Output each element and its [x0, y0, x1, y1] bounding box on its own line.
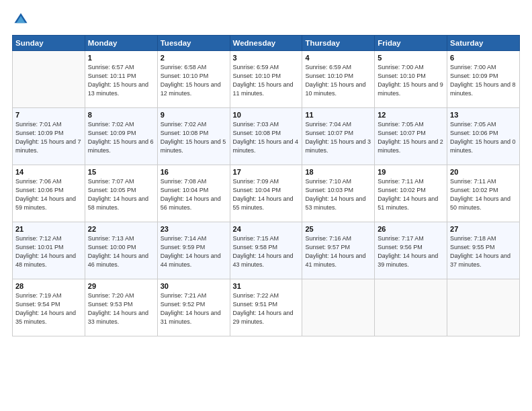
calendar-cell	[13, 51, 85, 108]
day-info: Sunrise: 7:02 AMSunset: 10:09 PMDaylight…	[88, 120, 154, 155]
day-number: 28	[15, 282, 82, 290]
day-info: Sunrise: 7:15 AMSunset: 9:58 PMDaylight:…	[233, 234, 300, 269]
calendar-cell: 23Sunrise: 7:14 AMSunset: 9:59 PMDayligh…	[157, 222, 230, 279]
calendar-cell: 3Sunrise: 6:59 AMSunset: 10:10 PMDayligh…	[230, 51, 302, 108]
calendar-cell: 4Sunrise: 6:59 AMSunset: 10:10 PMDayligh…	[302, 51, 375, 108]
day-number: 24	[233, 225, 300, 233]
day-info: Sunrise: 7:19 AMSunset: 9:54 PMDaylight:…	[15, 291, 82, 326]
calendar-cell: 10Sunrise: 7:03 AMSunset: 10:08 PMDaylig…	[230, 108, 302, 165]
day-info: Sunrise: 7:13 AMSunset: 10:00 PMDaylight…	[88, 234, 154, 269]
day-info: Sunrise: 7:17 AMSunset: 9:56 PMDaylight:…	[378, 234, 444, 269]
day-info: Sunrise: 7:16 AMSunset: 9:57 PMDaylight:…	[305, 234, 371, 269]
calendar-cell: 25Sunrise: 7:16 AMSunset: 9:57 PMDayligh…	[302, 222, 375, 279]
day-number: 13	[450, 111, 517, 119]
calendar-cell: 9Sunrise: 7:02 AMSunset: 10:08 PMDayligh…	[157, 108, 230, 165]
day-number: 15	[88, 168, 154, 176]
day-info: Sunrise: 7:05 AMSunset: 10:06 PMDaylight…	[450, 120, 517, 155]
day-number: 29	[88, 282, 154, 290]
day-info: Sunrise: 7:03 AMSunset: 10:08 PMDaylight…	[233, 120, 300, 155]
calendar-cell: 2Sunrise: 6:58 AMSunset: 10:10 PMDayligh…	[157, 51, 230, 108]
logo-icon	[13, 12, 28, 27]
day-number: 6	[450, 54, 517, 62]
calendar-cell: 18Sunrise: 7:10 AMSunset: 10:03 PMDaylig…	[302, 165, 375, 222]
weekday-header-thursday: Thursday	[302, 36, 375, 51]
day-number: 7	[15, 111, 82, 119]
day-info: Sunrise: 7:18 AMSunset: 9:55 PMDaylight:…	[450, 234, 517, 269]
calendar-cell: 30Sunrise: 7:21 AMSunset: 9:52 PMDayligh…	[157, 279, 230, 336]
calendar-cell: 15Sunrise: 7:07 AMSunset: 10:05 PMDaylig…	[85, 165, 157, 222]
calendar-cell: 22Sunrise: 7:13 AMSunset: 10:00 PMDaylig…	[85, 222, 157, 279]
calendar-cell: 21Sunrise: 7:12 AMSunset: 10:01 PMDaylig…	[13, 222, 85, 279]
weekday-header-wednesday: Wednesday	[230, 36, 302, 51]
day-info: Sunrise: 7:08 AMSunset: 10:04 PMDaylight…	[161, 177, 227, 212]
day-info: Sunrise: 7:10 AMSunset: 10:03 PMDaylight…	[305, 177, 371, 212]
weekday-header-saturday: Saturday	[447, 36, 520, 51]
day-info: Sunrise: 7:02 AMSunset: 10:08 PMDaylight…	[161, 120, 227, 155]
day-info: Sunrise: 7:07 AMSunset: 10:05 PMDaylight…	[88, 177, 154, 212]
day-info: Sunrise: 7:11 AMSunset: 10:02 PMDaylight…	[378, 177, 444, 212]
calendar-cell: 26Sunrise: 7:17 AMSunset: 9:56 PMDayligh…	[375, 222, 447, 279]
day-info: Sunrise: 7:14 AMSunset: 9:59 PMDaylight:…	[161, 234, 227, 269]
day-number: 16	[161, 168, 227, 176]
calendar-cell: 20Sunrise: 7:11 AMSunset: 10:02 PMDaylig…	[447, 165, 520, 222]
calendar-week-row: 21Sunrise: 7:12 AMSunset: 10:01 PMDaylig…	[13, 222, 520, 279]
day-info: Sunrise: 7:04 AMSunset: 10:07 PMDaylight…	[305, 120, 371, 155]
day-info: Sunrise: 6:57 AMSunset: 10:11 PMDaylight…	[88, 63, 154, 98]
calendar-cell: 7Sunrise: 7:01 AMSunset: 10:09 PMDayligh…	[13, 108, 85, 165]
day-number: 4	[305, 54, 371, 62]
day-number: 1	[88, 54, 154, 62]
page-header	[12, 12, 520, 30]
day-number: 14	[15, 168, 82, 176]
calendar-cell: 11Sunrise: 7:04 AMSunset: 10:07 PMDaylig…	[302, 108, 375, 165]
calendar-cell: 1Sunrise: 6:57 AMSunset: 10:11 PMDayligh…	[85, 51, 157, 108]
calendar-cell: 6Sunrise: 7:00 AMSunset: 10:09 PMDayligh…	[447, 51, 520, 108]
weekday-header-monday: Monday	[85, 36, 157, 51]
day-number: 19	[378, 168, 444, 176]
day-info: Sunrise: 6:59 AMSunset: 10:10 PMDaylight…	[233, 63, 300, 98]
day-number: 27	[450, 225, 517, 233]
calendar-week-row: 28Sunrise: 7:19 AMSunset: 9:54 PMDayligh…	[13, 279, 520, 336]
day-number: 12	[378, 111, 444, 119]
day-number: 20	[450, 168, 517, 176]
calendar-cell: 31Sunrise: 7:22 AMSunset: 9:51 PMDayligh…	[230, 279, 302, 336]
day-number: 25	[305, 225, 371, 233]
day-number: 9	[161, 111, 227, 119]
day-number: 23	[161, 225, 227, 233]
calendar-cell: 13Sunrise: 7:05 AMSunset: 10:06 PMDaylig…	[447, 108, 520, 165]
calendar-cell: 14Sunrise: 7:06 AMSunset: 10:06 PMDaylig…	[13, 165, 85, 222]
day-info: Sunrise: 7:22 AMSunset: 9:51 PMDaylight:…	[233, 291, 300, 326]
day-number: 17	[233, 168, 300, 176]
day-info: Sunrise: 6:58 AMSunset: 10:10 PMDaylight…	[161, 63, 227, 98]
day-info: Sunrise: 7:21 AMSunset: 9:52 PMDaylight:…	[161, 291, 227, 326]
day-number: 21	[15, 225, 82, 233]
day-number: 22	[88, 225, 154, 233]
calendar-cell: 5Sunrise: 7:00 AMSunset: 10:10 PMDayligh…	[375, 51, 447, 108]
day-number: 31	[233, 282, 300, 290]
logo	[12, 12, 28, 30]
calendar-week-row: 1Sunrise: 6:57 AMSunset: 10:11 PMDayligh…	[13, 51, 520, 108]
day-info: Sunrise: 7:00 AMSunset: 10:09 PMDaylight…	[450, 63, 517, 98]
calendar-cell	[447, 279, 520, 336]
day-number: 30	[161, 282, 227, 290]
calendar-table: SundayMondayTuesdayWednesdayThursdayFrid…	[12, 35, 520, 336]
day-number: 26	[378, 225, 444, 233]
day-number: 11	[305, 111, 371, 119]
weekday-header-tuesday: Tuesday	[157, 36, 230, 51]
calendar-cell: 29Sunrise: 7:20 AMSunset: 9:53 PMDayligh…	[85, 279, 157, 336]
calendar-cell: 17Sunrise: 7:09 AMSunset: 10:04 PMDaylig…	[230, 165, 302, 222]
day-info: Sunrise: 7:00 AMSunset: 10:10 PMDaylight…	[378, 63, 444, 98]
calendar-cell: 12Sunrise: 7:05 AMSunset: 10:07 PMDaylig…	[375, 108, 447, 165]
day-number: 5	[378, 54, 444, 62]
day-number: 2	[161, 54, 227, 62]
calendar-week-row: 14Sunrise: 7:06 AMSunset: 10:06 PMDaylig…	[13, 165, 520, 222]
calendar-cell: 19Sunrise: 7:11 AMSunset: 10:02 PMDaylig…	[375, 165, 447, 222]
day-info: Sunrise: 7:06 AMSunset: 10:06 PMDaylight…	[15, 177, 82, 212]
calendar-cell: 28Sunrise: 7:19 AMSunset: 9:54 PMDayligh…	[13, 279, 85, 336]
day-info: Sunrise: 7:01 AMSunset: 10:09 PMDaylight…	[15, 120, 82, 155]
day-info: Sunrise: 7:20 AMSunset: 9:53 PMDaylight:…	[88, 291, 154, 326]
day-info: Sunrise: 7:05 AMSunset: 10:07 PMDaylight…	[378, 120, 444, 155]
day-info: Sunrise: 6:59 AMSunset: 10:10 PMDaylight…	[305, 63, 371, 98]
weekday-header-friday: Friday	[375, 36, 447, 51]
calendar-cell	[375, 279, 447, 336]
calendar-cell: 27Sunrise: 7:18 AMSunset: 9:55 PMDayligh…	[447, 222, 520, 279]
